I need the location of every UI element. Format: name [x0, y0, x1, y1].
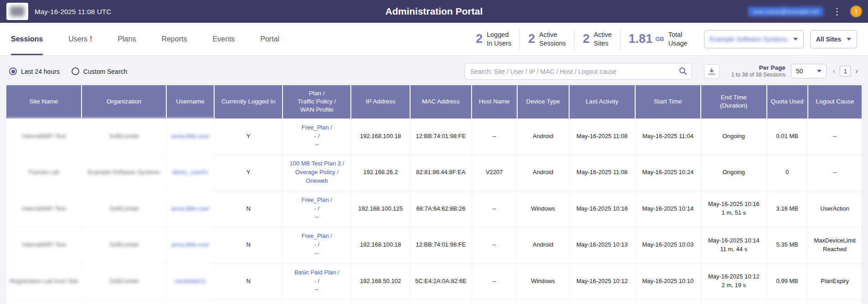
- tab-sessions[interactable]: Sessions: [11, 23, 43, 55]
- cell-organization: SoftComtel: [82, 263, 166, 299]
- column-header-8: Device Type: [517, 85, 569, 119]
- cell-organization: SoftComtel: [82, 191, 166, 227]
- cell-username-link[interactable]: candidate11: [166, 263, 214, 299]
- sessions-table-wrap: Site NameOrganizationUsernameCurrently L…: [6, 85, 862, 304]
- cell-mac-address: 68:7A:64:62:8B:26: [410, 191, 472, 227]
- cell-currently-logged-in: Y: [214, 155, 282, 191]
- cell-site-name: InternalWiFi Test: [6, 299, 82, 304]
- column-header-3: Currently Logged In: [214, 85, 282, 119]
- table-header-row: Site NameOrganizationUsernameCurrently L…: [6, 85, 862, 119]
- radio-custom-search-label: Custom Search: [83, 68, 127, 75]
- time-filter-radios: Last 24 hours Custom Search: [9, 67, 127, 75]
- cell-last-activity: May-16-2025 10:00: [569, 299, 635, 304]
- cell-start-time: May-16-2025 10:24: [635, 155, 701, 191]
- cell-end-time: May-16-2025 10:14 11 m, 44 s: [701, 227, 767, 263]
- column-header-13: Logout Cause: [808, 85, 862, 119]
- cell-host-name: --: [472, 191, 517, 227]
- radio-selected-icon: [9, 67, 17, 75]
- tab-reports[interactable]: Reports: [161, 23, 187, 55]
- cell-site-name: InternalWiFi Test: [6, 119, 82, 155]
- cell-plan-link[interactable]: Free_Plan / - / --: [282, 227, 351, 263]
- logo-image: [10, 6, 25, 16]
- column-header-4: Plan / Traffic Policy / WAN Profile: [282, 85, 351, 119]
- column-header-9: Last Activity: [569, 85, 635, 119]
- cell-device-type: Windows: [517, 263, 569, 299]
- per-page-cluster: Per Page 1 to 38 of 38 Sessions 50 ‹ 1 ›: [731, 64, 859, 79]
- cell-mac-address: 5C:E4:2A:0A:82:6E: [410, 263, 472, 299]
- cell-host-name: --: [472, 263, 517, 299]
- nav-row: Sessions Users! Plans Reports Events Por…: [0, 23, 868, 56]
- table-row: InternalWiFi TestSoftComtelanna.little.u…: [6, 191, 862, 227]
- cell-username-link[interactable]: anna.little.user: [166, 191, 214, 227]
- cell-plan-link[interactable]: Free_Plan / - / --: [282, 191, 351, 227]
- column-header-5: IP Address: [351, 85, 410, 119]
- radio-custom-search[interactable]: Custom Search: [72, 67, 127, 75]
- cell-mac-address: 12:BB:74:01:98:FE: [410, 227, 472, 263]
- cell-host-name: --: [472, 227, 517, 263]
- cell-username-link[interactable]: anna.little.user: [166, 227, 214, 263]
- cell-device-type: Windows: [517, 191, 569, 227]
- column-header-2: Username: [166, 85, 214, 119]
- cell-end-time: Ongoing: [701, 155, 767, 191]
- cell-ip-address: 192.168.100.18: [351, 119, 410, 155]
- cell-host-name: --: [472, 119, 517, 155]
- cell-currently-logged-in: N: [214, 227, 282, 263]
- cell-plan-link[interactable]: Basic Paid Plan / - / --: [282, 263, 351, 299]
- search-input[interactable]: [464, 63, 692, 80]
- cell-start-time: May-16-2025 10:03: [635, 227, 701, 263]
- cell-logout-cause: --: [808, 155, 862, 191]
- per-page-select[interactable]: 50: [791, 64, 827, 78]
- cell-end-time: May-16-2025 10:12 2 m, 19 s: [701, 263, 767, 299]
- sites-dropdown[interactable]: All Sites: [810, 30, 857, 48]
- cell-device-type: Android: [517, 227, 569, 263]
- cell-mac-address: 12:BB:74:01:98:FE: [410, 119, 472, 155]
- tab-plans-label: Plans: [118, 35, 136, 43]
- current-page-button[interactable]: 1: [840, 66, 851, 77]
- cell-currently-logged-in: N: [214, 191, 282, 227]
- search-icon[interactable]: [678, 67, 688, 77]
- cell-logout-cause: UserAction: [808, 299, 862, 304]
- cell-ip-address: 192.168.100.125: [351, 191, 410, 227]
- tab-portal-label: Portal: [260, 35, 279, 43]
- cell-site-name: Fianola Lab: [6, 155, 82, 191]
- cell-username-link[interactable]: anna.little.user: [166, 299, 214, 304]
- next-page-button[interactable]: ›: [854, 67, 859, 76]
- tab-sessions-label: Sessions: [11, 35, 43, 43]
- column-header-12: Quota Used: [767, 85, 808, 119]
- users-alert-badge: !: [90, 35, 92, 43]
- tab-events[interactable]: Events: [212, 23, 235, 55]
- tab-plans[interactable]: Plans: [118, 23, 136, 55]
- kebab-menu-icon[interactable]: ⋮: [831, 7, 843, 16]
- tab-users-label: Users: [68, 35, 87, 43]
- tab-users[interactable]: Users!: [68, 23, 92, 55]
- user-email[interactable]: user.name@example.net: [748, 7, 823, 16]
- main-tabs: Sessions Users! Plans Reports Events Por…: [11, 23, 279, 55]
- account-dropdown[interactable]: Example Software Systems: [704, 30, 804, 48]
- cell-quota-used: 0.99 MB: [767, 263, 808, 299]
- cell-host-name: --: [472, 299, 517, 304]
- cell-end-time: May-16-2025 10:16 1 m, 51 s: [701, 191, 767, 227]
- cell-logout-cause: PlanExpiry: [808, 263, 862, 299]
- stat-value: 2: [476, 32, 483, 46]
- tab-portal[interactable]: Portal: [260, 23, 279, 55]
- filter-row: Last 24 hours Custom Search Per Page 1 t…: [0, 56, 868, 85]
- cell-site-name: Registration Lab from Site: [6, 263, 82, 299]
- prev-page-button[interactable]: ‹: [832, 67, 837, 76]
- table-row: Fianola LabExample Software Systemsdemo_…: [6, 155, 862, 191]
- cell-plan-link[interactable]: Free_Plan / - / --: [282, 299, 351, 304]
- alert-icon[interactable]: !: [851, 6, 862, 17]
- cell-username-link[interactable]: demo_user01: [166, 155, 214, 191]
- chevron-down-icon: [793, 38, 798, 41]
- stat-active-sessions: 2 Active Sessions: [519, 29, 574, 50]
- cell-username-link[interactable]: anna.little.user: [166, 119, 214, 155]
- per-page-texts: Per Page 1 to 38 of 38 Sessions: [731, 64, 786, 79]
- cell-ip-address: 192.168.26.2: [351, 155, 410, 191]
- cell-plan-link[interactable]: 100 MB Test Plan 3 / Overage Policy / On…: [282, 155, 351, 191]
- cell-plan-link[interactable]: Free_Plan / - / --: [282, 119, 351, 155]
- cell-currently-logged-in: Y: [214, 119, 282, 155]
- download-button[interactable]: [704, 64, 719, 79]
- download-icon: [708, 67, 716, 76]
- cell-start-time: May-16-2025 10:10: [635, 263, 701, 299]
- table-row: InternalWiFi TestSoftComtelanna.little.u…: [6, 119, 862, 155]
- radio-last-24-hours[interactable]: Last 24 hours: [9, 67, 60, 75]
